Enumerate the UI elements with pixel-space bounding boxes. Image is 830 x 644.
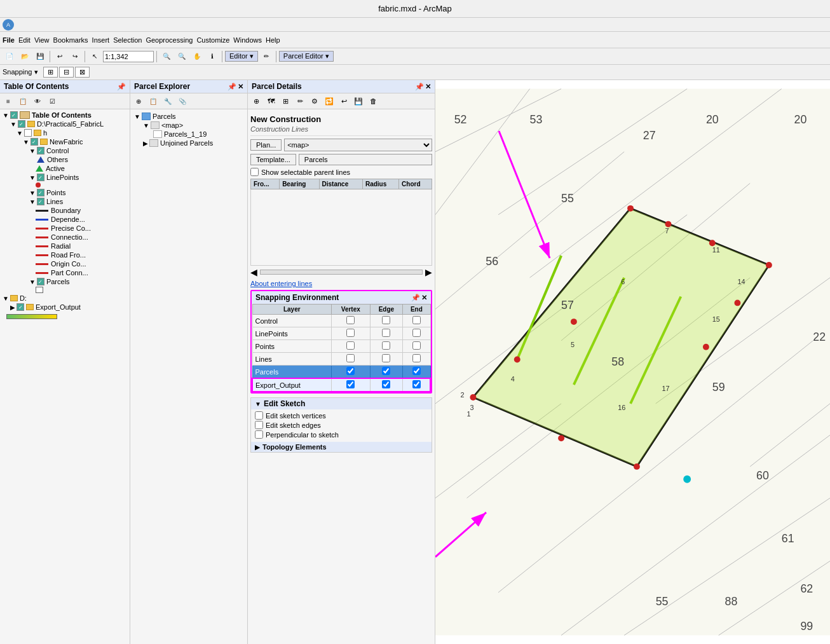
snapping-label[interactable]: Snapping ▾	[3, 68, 38, 76]
pd-about-link[interactable]: About entering lines	[250, 280, 312, 287]
sp-linepoints-vertex[interactable]	[332, 327, 370, 340]
pd-show-selectable-checkbox[interactable]	[250, 168, 259, 176]
points-checkbox[interactable]	[37, 189, 44, 196]
sp-export-vertex[interactable]	[332, 378, 370, 392]
redo-btn[interactable]: ↪	[68, 50, 82, 63]
edit-sketch-expand[interactable]: ▼	[255, 401, 261, 408]
sp-lines-end[interactable]	[403, 353, 430, 366]
map-area[interactable]: 52 53 27 20 20 55 56 57 58 59 60 61 62 5…	[435, 80, 830, 644]
esp-edges-checkbox[interactable]	[255, 421, 263, 429]
toc-h[interactable]: ▼ h	[1, 128, 128, 137]
toc-active[interactable]: Active	[1, 164, 128, 173]
snap-btn-2[interactable]: ⊟	[59, 67, 74, 78]
editor-dropdown[interactable]: Editor ▾	[225, 51, 258, 62]
toc-export[interactable]: ▶ Export_Output	[1, 303, 128, 312]
toc-list-btn[interactable]: ≡	[1, 95, 15, 107]
sp-control-edge[interactable]	[370, 315, 403, 327]
customize-menu[interactable]: Customize	[196, 36, 229, 44]
toc-precise[interactable]: Precise Co...	[1, 224, 128, 233]
sp-linepoints-end[interactable]	[403, 327, 430, 340]
layers-checkbox[interactable]	[10, 111, 18, 119]
pe-parcels-1-19[interactable]: Parcels_1_19	[133, 130, 245, 139]
toc-boundary[interactable]: Boundary	[1, 206, 128, 215]
pe-map[interactable]: ▼ <map>	[133, 121, 245, 130]
bookmarks-menu[interactable]: Bookmarks	[53, 36, 88, 44]
pe-btn1[interactable]: ⊕	[132, 95, 146, 107]
pd-plan-select[interactable]: <map>	[284, 139, 432, 151]
toc-origin[interactable]: Origin Co...	[1, 259, 128, 268]
pd-btn5[interactable]: ⚙	[308, 95, 322, 107]
toc-partconn[interactable]: Part Conn...	[1, 268, 128, 277]
esp-vertices-checkbox[interactable]	[255, 411, 263, 420]
help-menu[interactable]: Help	[266, 36, 280, 44]
path-checkbox[interactable]	[18, 120, 25, 128]
identify-btn[interactable]: ℹ	[205, 50, 219, 63]
zoom-input[interactable]	[103, 51, 154, 62]
pd-btn6[interactable]: 🔁	[322, 95, 336, 107]
pd-scroll-track[interactable]	[260, 270, 423, 275]
pd-scroll-right[interactable]: ▶	[425, 267, 432, 277]
toc-parcels-group[interactable]: ▼ Parcels	[1, 277, 128, 286]
toc-linepoints-group[interactable]: ▼ LinePoints	[1, 173, 128, 182]
select-btn[interactable]: ↖	[88, 50, 102, 63]
file-menu[interactable]: File	[3, 36, 15, 44]
sp-linepoints-edge[interactable]	[370, 327, 403, 340]
pe-pin-btn[interactable]: 📌	[228, 83, 236, 91]
sp-parcels-edge[interactable]	[370, 366, 403, 379]
pd-close-btn[interactable]: ✕	[425, 83, 431, 91]
save-btn[interactable]: 💾	[33, 50, 47, 63]
windows-menu[interactable]: Windows	[233, 36, 262, 44]
toc-radial[interactable]: Radial	[1, 242, 128, 250]
sp-points-vertex[interactable]	[332, 340, 370, 353]
geoprocessing-menu[interactable]: Geoprocessing	[146, 36, 193, 44]
sp-pin-btn[interactable]: 📌	[411, 294, 420, 302]
parcel-editor-dropdown[interactable]: Parcel Editor ▾	[279, 51, 334, 62]
esp-perpendicular-checkbox[interactable]	[255, 430, 263, 439]
arcmap-icon[interactable]: A	[3, 19, 14, 31]
pe-btn2[interactable]: 📋	[146, 95, 160, 107]
selection-menu[interactable]: Selection	[113, 36, 142, 44]
lines-checkbox[interactable]	[37, 198, 44, 205]
pd-btn1[interactable]: ⊕	[249, 95, 263, 107]
sp-row-linepoints[interactable]: LinePoints	[252, 327, 430, 340]
pd-btn9[interactable]: 🗑	[366, 95, 380, 107]
topology-expand[interactable]: ▶	[255, 444, 260, 451]
pe-btn3[interactable]: 🔧	[161, 95, 175, 107]
toc-newfabric[interactable]: ▼ NewFabric	[1, 137, 128, 146]
edit-tool[interactable]: ✏	[259, 50, 273, 63]
sp-points-edge[interactable]	[370, 340, 403, 353]
pd-scroll-left[interactable]: ◀	[250, 267, 257, 277]
sp-control-vertex[interactable]	[332, 315, 370, 327]
toc-layers-root[interactable]: ▼ Table Of Contents	[1, 111, 128, 120]
zoom-out-btn[interactable]: 🔍	[175, 50, 189, 63]
pe-btn4[interactable]: 📎	[175, 95, 189, 107]
pd-btn8[interactable]: 💾	[351, 95, 365, 107]
insert-menu[interactable]: Insert	[92, 36, 110, 44]
toc-dependent[interactable]: Depende...	[1, 215, 128, 224]
sp-row-export[interactable]: Export_Output	[252, 378, 430, 392]
toc-roadfront[interactable]: Road Fro...	[1, 250, 128, 259]
pd-btn3[interactable]: ⊞	[278, 95, 292, 107]
toc-d-root[interactable]: ▼ D:	[1, 294, 128, 303]
toc-vis-btn[interactable]: 👁	[31, 95, 44, 107]
toc-lines-group[interactable]: ▼ Lines	[1, 197, 128, 206]
sp-row-lines[interactable]: Lines	[252, 353, 430, 366]
toc-pin[interactable]: 📌	[117, 83, 126, 91]
toc-source-btn[interactable]: 📋	[16, 95, 30, 107]
sp-row-parcels[interactable]: Parcels	[252, 366, 430, 379]
pe-unjoined[interactable]: ▶ Unjoined Parcels	[133, 139, 245, 147]
toc-others[interactable]: Others	[1, 155, 128, 164]
sp-parcels-end[interactable]	[403, 366, 430, 379]
snap-btn-1[interactable]: ⊞	[43, 67, 58, 78]
toc-connection[interactable]: Connectio...	[1, 233, 128, 242]
export-checkbox[interactable]	[17, 303, 24, 311]
sp-lines-vertex[interactable]	[332, 353, 370, 366]
undo-btn[interactable]: ↩	[53, 50, 67, 63]
view-menu[interactable]: View	[34, 36, 50, 44]
h-checkbox[interactable]	[24, 129, 32, 137]
pe-close-btn[interactable]: ✕	[238, 83, 243, 91]
pd-btn2[interactable]: 🗺	[264, 95, 278, 107]
sp-row-control[interactable]: Control	[252, 315, 430, 327]
sp-parcels-vertex[interactable]	[332, 366, 370, 379]
new-btn[interactable]: 📄	[3, 50, 17, 63]
